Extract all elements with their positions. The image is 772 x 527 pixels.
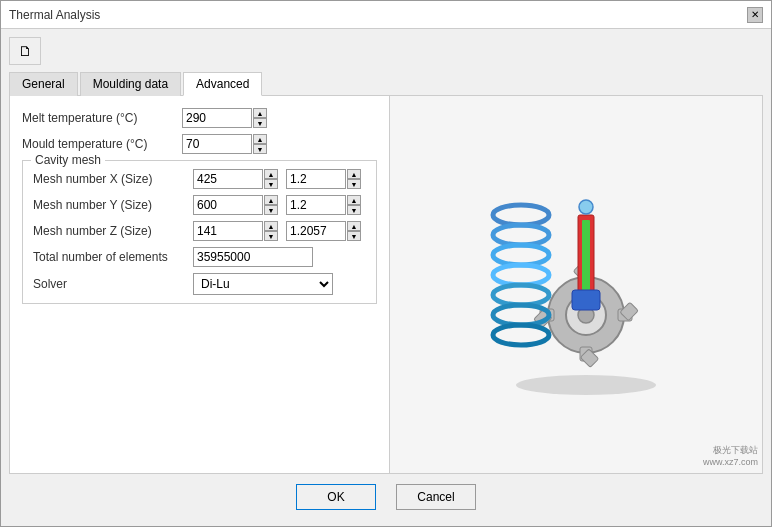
mesh-z-label: Mesh number Z (Size) bbox=[33, 224, 193, 238]
tab-general[interactable]: General bbox=[9, 72, 78, 96]
svg-point-17 bbox=[493, 325, 549, 345]
mesh-y-size-spinner: ▲ ▼ bbox=[347, 195, 361, 215]
svg-point-22 bbox=[516, 375, 656, 395]
watermark-line2: www.xz7.com bbox=[703, 456, 758, 469]
mesh-y-down[interactable]: ▼ bbox=[264, 205, 278, 215]
mesh-y-input[interactable] bbox=[193, 195, 263, 215]
svg-point-14 bbox=[493, 265, 549, 285]
mould-temp-input-group: ▲ ▼ bbox=[182, 134, 267, 154]
window-title: Thermal Analysis bbox=[9, 8, 100, 22]
mesh-y-label: Mesh number Y (Size) bbox=[33, 198, 193, 212]
mesh-x-size-spinner: ▲ ▼ bbox=[347, 169, 361, 189]
solver-row: Solver Di-Lu ICCG Direct bbox=[33, 273, 366, 295]
mesh-y-size-up[interactable]: ▲ bbox=[347, 195, 361, 205]
mesh-z-size-input[interactable] bbox=[286, 221, 346, 241]
form-panel: Melt temperature (°C) ▲ ▼ Mould temperat… bbox=[10, 96, 390, 473]
window-content: 🗋 General Moulding data Advanced bbox=[1, 29, 771, 526]
melt-temp-label: Melt temperature (°C) bbox=[22, 111, 182, 125]
mesh-x-spinner: ▲ ▼ bbox=[264, 169, 278, 189]
toolbar-icon-button[interactable]: 🗋 bbox=[9, 37, 41, 65]
melt-temp-input[interactable] bbox=[182, 108, 252, 128]
toolbar: 🗋 bbox=[9, 37, 763, 65]
tab-moulding[interactable]: Moulding data bbox=[80, 72, 181, 96]
mesh-x-size-input[interactable] bbox=[286, 169, 346, 189]
mould-temp-row: Mould temperature (°C) ▲ ▼ bbox=[22, 134, 377, 154]
cancel-button[interactable]: Cancel bbox=[396, 484, 476, 510]
mesh-x-up[interactable]: ▲ bbox=[264, 169, 278, 179]
svg-point-13 bbox=[493, 245, 549, 265]
melt-temp-up[interactable]: ▲ bbox=[253, 108, 267, 118]
mould-temp-down[interactable]: ▼ bbox=[253, 144, 267, 154]
mesh-x-size-group: ▲ ▼ bbox=[282, 169, 361, 189]
mesh-z-spinner: ▲ ▼ bbox=[264, 221, 278, 241]
watermark: 极光下载站 www.xz7.com bbox=[703, 444, 758, 469]
mesh-z-row: Mesh number Z (Size) ▲ ▼ bbox=[33, 221, 366, 241]
mesh-x-input-group: ▲ ▼ bbox=[193, 169, 278, 189]
thermal-illustration bbox=[466, 175, 686, 395]
mesh-z-size-spinner: ▲ ▼ bbox=[347, 221, 361, 241]
melt-temp-row: Melt temperature (°C) ▲ ▼ bbox=[22, 108, 377, 128]
melt-temp-down[interactable]: ▼ bbox=[253, 118, 267, 128]
cavity-mesh-title: Cavity mesh bbox=[31, 153, 105, 167]
solver-select[interactable]: Di-Lu ICCG Direct bbox=[193, 273, 333, 295]
mesh-x-input[interactable] bbox=[193, 169, 263, 189]
ok-button[interactable]: OK bbox=[296, 484, 376, 510]
mesh-x-size-up[interactable]: ▲ bbox=[347, 169, 361, 179]
mesh-x-label: Mesh number X (Size) bbox=[33, 172, 193, 186]
svg-rect-20 bbox=[572, 290, 600, 310]
total-elements-row: Total number of elements bbox=[33, 247, 366, 267]
mesh-y-size-down[interactable]: ▼ bbox=[347, 205, 361, 215]
total-elements-input[interactable] bbox=[193, 247, 313, 267]
main-area: Melt temperature (°C) ▲ ▼ Mould temperat… bbox=[9, 96, 763, 474]
main-window: Thermal Analysis ✕ 🗋 General Moulding da… bbox=[0, 0, 772, 527]
mesh-z-input-group: ▲ ▼ bbox=[193, 221, 278, 241]
close-button[interactable]: ✕ bbox=[747, 7, 763, 23]
mesh-x-row: Mesh number X (Size) ▲ ▼ bbox=[33, 169, 366, 189]
mould-temp-label: Mould temperature (°C) bbox=[22, 137, 182, 151]
mesh-y-up[interactable]: ▲ bbox=[264, 195, 278, 205]
mesh-z-size-group: ▲ ▼ bbox=[282, 221, 361, 241]
mesh-z-down[interactable]: ▼ bbox=[264, 231, 278, 241]
mesh-y-row: Mesh number Y (Size) ▲ ▼ bbox=[33, 195, 366, 215]
mesh-x-down[interactable]: ▼ bbox=[264, 179, 278, 189]
tabs-panel: General Moulding data Advanced Melt temp… bbox=[9, 71, 763, 474]
svg-point-12 bbox=[493, 225, 549, 245]
mesh-z-size-up[interactable]: ▲ bbox=[347, 221, 361, 231]
mesh-y-spinner: ▲ ▼ bbox=[264, 195, 278, 215]
mould-temp-input[interactable] bbox=[182, 134, 252, 154]
watermark-line1: 极光下载站 bbox=[703, 444, 758, 457]
mesh-y-size-input[interactable] bbox=[286, 195, 346, 215]
mesh-z-up[interactable]: ▲ bbox=[264, 221, 278, 231]
svg-rect-19 bbox=[582, 220, 590, 290]
melt-temp-input-group: ▲ ▼ bbox=[182, 108, 267, 128]
tab-bar: General Moulding data Advanced bbox=[9, 71, 763, 96]
mesh-z-size-down[interactable]: ▼ bbox=[347, 231, 361, 241]
title-bar: Thermal Analysis ✕ bbox=[1, 1, 771, 29]
svg-point-11 bbox=[493, 205, 549, 225]
melt-temp-spinner: ▲ ▼ bbox=[253, 108, 267, 128]
cavity-mesh-group: Cavity mesh Mesh number X (Size) ▲ ▼ bbox=[22, 160, 377, 304]
image-panel: 极光下载站 www.xz7.com bbox=[390, 96, 762, 473]
svg-point-15 bbox=[493, 285, 549, 305]
tab-advanced[interactable]: Advanced bbox=[183, 72, 262, 96]
mould-temp-up[interactable]: ▲ bbox=[253, 134, 267, 144]
footer: OK Cancel bbox=[9, 474, 763, 518]
total-elements-label: Total number of elements bbox=[33, 250, 193, 264]
mesh-x-size-down[interactable]: ▼ bbox=[347, 179, 361, 189]
mesh-y-input-group: ▲ ▼ bbox=[193, 195, 278, 215]
svg-point-21 bbox=[579, 200, 593, 214]
mesh-y-size-group: ▲ ▼ bbox=[282, 195, 361, 215]
clipboard-icon: 🗋 bbox=[18, 43, 32, 59]
solver-label: Solver bbox=[33, 277, 193, 291]
mould-temp-spinner: ▲ ▼ bbox=[253, 134, 267, 154]
mesh-z-input[interactable] bbox=[193, 221, 263, 241]
